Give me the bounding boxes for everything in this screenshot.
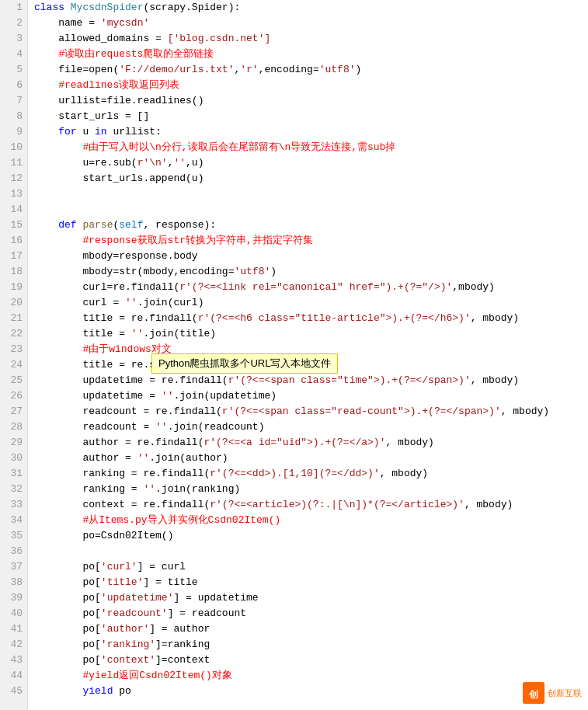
token-plain: po[ — [34, 575, 101, 590]
token-cmt: #yield返回Csdn02Item()对象 — [34, 668, 232, 684]
code-line: curl = ''.join(curl) — [28, 295, 588, 311]
code-line: po['title'] = title — [28, 575, 588, 590]
line-number: 1 — [0, 0, 27, 16]
token-str: 'updatetime' — [101, 590, 174, 606]
code-line: ranking = ''.join(ranking) — [28, 482, 588, 497]
token-cmt: #response获取后str转换为字符串,并指定字符集 — [34, 233, 313, 249]
code-line: yield po — [28, 684, 588, 699]
line-number: 22 — [0, 326, 27, 342]
token-plain: , response): — [143, 218, 216, 233]
token-kw: in — [95, 124, 113, 140]
token-str: r'(?<=<article>)(?:.|[\n])*(?=</article>… — [210, 497, 464, 513]
line-number: 9 — [0, 124, 27, 140]
line-number: 11 — [0, 155, 27, 171]
code-line: start_urls.append(u) — [28, 171, 588, 186]
token-plain: ] = title — [143, 575, 197, 590]
code-line: def parse(self, response): — [28, 218, 588, 233]
line-number: 13 — [0, 186, 27, 202]
line-number: 24 — [0, 357, 27, 373]
token-plain: , mbody) — [501, 404, 549, 419]
token-plain: curl=re.findall( — [34, 280, 179, 295]
watermark-text: 创新互联 — [548, 687, 582, 699]
token-plain: ) — [270, 264, 277, 280]
token-plain: mbody=response.body — [34, 249, 198, 264]
line-number: 27 — [0, 404, 27, 419]
token-plain: , mbody) — [471, 373, 519, 388]
code-line: curl=re.findall(r'(?<=<link rel="canonic… — [28, 280, 588, 295]
token-plain: author = — [34, 451, 137, 466]
token-cmt: #从Items.py导入并实例化Csdn02Item() — [34, 513, 280, 528]
token-str: '' — [125, 295, 137, 311]
token-plain: allowed_domains = — [34, 31, 168, 47]
code-line: #readlines读取返回列表 — [28, 78, 588, 93]
token-plain: title = — [34, 326, 131, 342]
token-plain: po=Csdn02Item() — [34, 528, 173, 544]
line-number: 39 — [0, 590, 27, 606]
token-plain: curl = — [34, 295, 125, 311]
token-str: r'(?<=<span class="read-count">).+(?=</s… — [222, 404, 501, 419]
token-str: 'context' — [101, 653, 155, 668]
token-str: r'(?<=<a id="uid">).+(?=</a>)' — [204, 435, 385, 451]
token-kw: def — [58, 218, 82, 233]
line-number: 7 — [0, 93, 27, 109]
line-number: 23 — [0, 342, 27, 357]
line-number: 28 — [0, 419, 27, 435]
line-number: 34 — [0, 513, 27, 528]
line-number: 38 — [0, 575, 27, 590]
token-str: '' — [173, 155, 186, 171]
token-plain: po — [119, 684, 131, 699]
line-number: 14 — [0, 202, 27, 218]
code-line: mbody=str(mbody,encoding='utf8') — [28, 264, 588, 280]
code-line: po['readcount'] = readcount — [28, 606, 588, 621]
token-plain: , mbody) — [385, 435, 433, 451]
token-str: 'utf8' — [234, 264, 270, 280]
token-plain: , — [234, 62, 240, 78]
token-plain — [34, 684, 82, 699]
code-line: class MycsdnSpider(scrapy.Spider): — [28, 0, 588, 16]
line-number: 35 — [0, 528, 27, 544]
code-line: #yield返回Csdn02Item()对象 — [28, 668, 588, 684]
code-line: context = re.findall(r'(?<=<article>)(?:… — [28, 497, 588, 513]
token-plain: readcount = — [34, 419, 155, 435]
line-number: 18 — [0, 264, 27, 280]
token-str: '' — [155, 419, 168, 435]
token-cmt: #由于写入时以\n分行,读取后会在尾部留有\n导致无法连接,需sub掉 — [34, 140, 395, 155]
token-plain: ,mbody) — [452, 280, 495, 295]
token-plain: file=open( — [34, 62, 119, 78]
token-plain: ) — [356, 62, 362, 78]
token-plain: (scrapy.Spider): — [143, 0, 240, 16]
token-plain: urllist=file.readlines() — [34, 93, 204, 109]
line-number: 12 — [0, 171, 27, 186]
code-line: po['ranking']=ranking — [28, 637, 588, 653]
token-plain: ] = updatetime — [173, 590, 258, 606]
token-plain: .join(updatetime) — [173, 388, 277, 404]
code-line: po['updatetime'] = updatetime — [28, 590, 588, 606]
token-plain: ] = author — [149, 621, 210, 637]
code-line: #从Items.py导入并实例化Csdn02Item() — [28, 513, 588, 528]
token-plain: updatetime = — [34, 388, 162, 404]
token-cls: MycsdnSpider — [71, 0, 144, 16]
token-str: 'F://demo/urls.txt' — [119, 62, 234, 78]
token-plain — [34, 218, 58, 233]
token-plain — [34, 124, 58, 140]
token-plain: , mbody) — [471, 311, 519, 326]
code-line: author = re.findall(r'(?<=<a id="uid">).… — [28, 435, 588, 451]
line-number: 17 — [0, 249, 27, 264]
token-plain: ranking = — [34, 482, 143, 497]
line-number: 8 — [0, 109, 27, 124]
token-plain: ] = readcount — [168, 606, 246, 621]
token-str: 'r' — [240, 62, 258, 78]
token-str: 'utf8' — [319, 62, 356, 78]
code-line — [28, 202, 588, 218]
line-number: 21 — [0, 311, 27, 326]
code-line: title = re.findall(r'(?<=<h6 class="titl… — [28, 311, 588, 326]
line-number: 25 — [0, 373, 27, 388]
token-plain: start_urls = [] — [34, 109, 149, 124]
token-plain: .join(curl) — [137, 295, 204, 311]
code-line: readcount = ''.join(readcount) — [28, 419, 588, 435]
watermark: 创 创新互联 — [523, 682, 582, 704]
code-line: file=open('F://demo/urls.txt','r',encodi… — [28, 62, 588, 78]
code-line: #由于写入时以\n分行,读取后会在尾部留有\n导致无法连接,需sub掉 — [28, 140, 588, 155]
token-plain: , mbody) — [380, 466, 428, 482]
line-number: 42 — [0, 637, 27, 653]
